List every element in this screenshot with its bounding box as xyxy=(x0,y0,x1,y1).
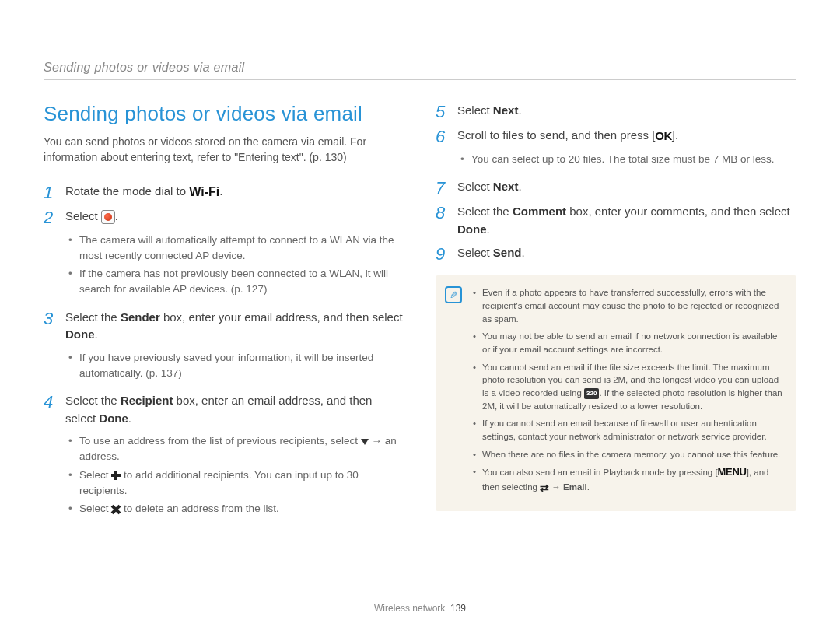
step-3: 3Select the Sender box, enter your email… xyxy=(44,309,404,344)
step-number: 3 xyxy=(44,309,65,328)
plus-icon xyxy=(111,471,121,480)
footer: Wireless network 139 xyxy=(0,603,840,614)
step-5: 5Select Next. xyxy=(436,102,796,121)
note-item: If you cannot send an email because of f… xyxy=(473,417,782,443)
step-4: 4Select the Recipient box, enter an emai… xyxy=(44,392,404,427)
step-number: 2 xyxy=(44,208,65,226)
note-item: You cannot send an email if the file siz… xyxy=(473,361,782,413)
step-sub-item: You can select up to 20 files. The total… xyxy=(460,152,796,167)
step-9: 9Select Send. xyxy=(436,244,796,263)
breadcrumb: Sending photos or videos via email xyxy=(44,61,796,75)
step-8: 8Select the Comment box, enter your comm… xyxy=(436,203,796,238)
step-sub-list: You can select up to 20 files. The total… xyxy=(436,152,796,167)
swap-icon: ⇄ xyxy=(540,480,549,496)
note-item: You may not be able to send an email if … xyxy=(473,330,782,356)
step-sub-list: To use an address from the list of previ… xyxy=(44,433,404,517)
step-1: 1Rotate the mode dial to Wi-Fi. xyxy=(44,183,404,201)
step-text: Select Next. xyxy=(457,178,796,196)
step-text: Select the Comment box, enter your comme… xyxy=(457,203,796,238)
step-sub-item: Select to add additional recipients. You… xyxy=(68,468,404,499)
step-sub-item: Select to delete an address from the lis… xyxy=(68,501,404,517)
step-sub-list: The camera will automatically attempt to… xyxy=(44,233,404,298)
step-7: 7Select Next. xyxy=(436,178,796,197)
divider xyxy=(44,79,796,80)
step-number: 1 xyxy=(44,183,65,201)
wifi-icon: Wi-Fi xyxy=(189,183,219,201)
page-title: Sending photos or videos via email xyxy=(44,102,404,126)
step-sub-item: To use an address from the list of previ… xyxy=(68,433,404,465)
step-2: 2Select . xyxy=(44,208,404,226)
step-text: Select the Recipient box, enter an email… xyxy=(65,392,404,427)
step-text: Select Send. xyxy=(457,244,796,262)
email-circle-icon xyxy=(101,210,115,224)
step-number: 4 xyxy=(44,392,65,411)
note-item: You can also send an email in Playback m… xyxy=(473,465,782,496)
step-number: 6 xyxy=(436,127,457,145)
step-6: 6Scroll to files to send, and then press… xyxy=(436,127,796,145)
right-column: 5Select Next.6Scroll to files to send, a… xyxy=(436,102,796,527)
video-badge-icon: 320 xyxy=(584,388,599,399)
step-number: 5 xyxy=(436,102,457,121)
note-item: When there are no files in the camera me… xyxy=(473,448,782,461)
intro-text: You can send photos or videos stored on … xyxy=(44,134,404,166)
step-number: 8 xyxy=(436,203,457,222)
content-columns: Sending photos or videos via email You c… xyxy=(44,102,796,527)
step-sub-item: If the camera has not previously been co… xyxy=(68,266,404,298)
step-sub-list: If you have previously saved your inform… xyxy=(44,350,404,382)
footer-section: Wireless network xyxy=(374,603,445,614)
note-box: Even if a photo appears to have transfer… xyxy=(436,275,796,511)
step-number: 9 xyxy=(436,244,457,263)
step-text: Scroll to files to send, and then press … xyxy=(457,127,796,145)
step-text: Select the Sender box, enter your email … xyxy=(65,309,404,344)
note-list: Even if a photo appears to have transfer… xyxy=(473,286,782,496)
step-sub-item: The camera will automatically attempt to… xyxy=(68,233,404,264)
down-arrow-icon xyxy=(361,439,369,445)
left-column: Sending photos or videos via email You c… xyxy=(44,102,404,527)
ok-icon: OK xyxy=(655,128,672,145)
step-text: Rotate the mode dial to Wi-Fi. xyxy=(65,183,404,201)
note-item: Even if a photo appears to have transfer… xyxy=(473,286,782,325)
note-icon xyxy=(445,286,462,303)
step-number: 7 xyxy=(436,178,457,197)
step-text: Select . xyxy=(65,208,404,226)
step-text: Select Next. xyxy=(457,102,796,120)
menu-icon: MENU xyxy=(718,466,747,478)
x-icon xyxy=(111,505,121,514)
footer-page-number: 139 xyxy=(450,603,466,614)
step-sub-item: If you have previously saved your inform… xyxy=(68,350,404,382)
